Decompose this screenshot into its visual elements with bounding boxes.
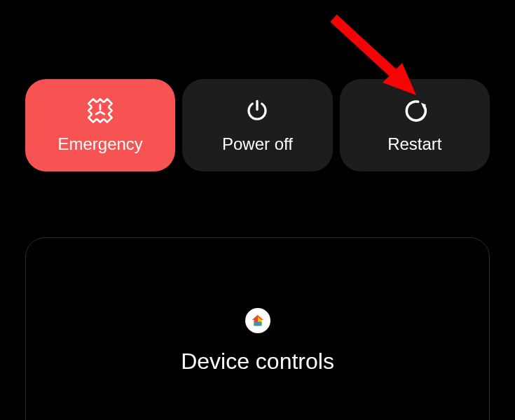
emergency-button[interactable]: Emergency — [25, 79, 175, 172]
power-icon — [245, 97, 270, 125]
google-home-icon — [245, 308, 270, 333]
power-off-button[interactable]: Power off — [182, 79, 332, 172]
power-menu-row: Emergency Power off Restart — [0, 0, 515, 172]
emergency-icon — [86, 97, 114, 125]
restart-label: Restart — [387, 134, 441, 154]
emergency-label: Emergency — [57, 134, 142, 154]
device-controls-panel[interactable]: Device controls — [25, 237, 490, 420]
device-controls-title: Device controls — [181, 349, 334, 374]
restart-icon — [402, 97, 427, 125]
restart-button[interactable]: Restart — [340, 79, 490, 172]
power-off-label: Power off — [222, 134, 293, 154]
